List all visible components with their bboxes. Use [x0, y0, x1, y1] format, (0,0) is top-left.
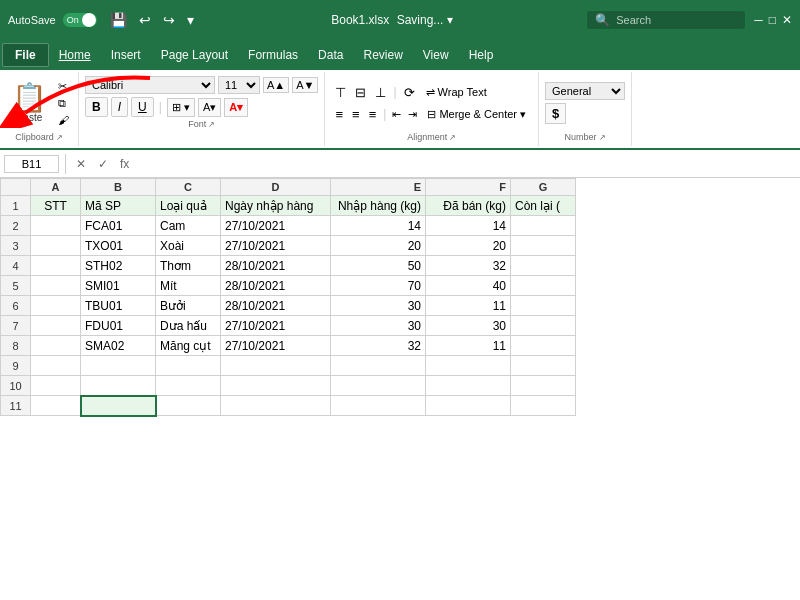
cell-r6-c5[interactable]: 30: [331, 296, 426, 316]
menu-data[interactable]: Data: [308, 44, 353, 66]
align-right-button[interactable]: ≡: [365, 105, 381, 124]
cell-r4-c5[interactable]: 50: [331, 256, 426, 276]
restore-icon[interactable]: □: [769, 13, 776, 27]
save-icon[interactable]: 💾: [106, 10, 131, 30]
italic-button[interactable]: I: [111, 97, 128, 117]
cell-r7-c2[interactable]: FDU01: [81, 316, 156, 336]
cell-r11-c7[interactable]: [511, 396, 576, 416]
cell-r2-c1[interactable]: [31, 216, 81, 236]
number-expand-icon[interactable]: ↗: [599, 133, 606, 142]
font-size-select[interactable]: 11: [218, 76, 260, 94]
cell-r6-c7[interactable]: [511, 296, 576, 316]
cell-r1-c7[interactable]: Còn lại (: [511, 196, 576, 216]
formula-input[interactable]: [137, 155, 796, 173]
cell-r7-c3[interactable]: Dưa hấu: [156, 316, 221, 336]
cell-r2-c6[interactable]: 14: [426, 216, 511, 236]
col-header-b[interactable]: B: [81, 179, 156, 196]
row-header-11[interactable]: 11: [1, 396, 31, 416]
indent-decrease-button[interactable]: ⇤: [389, 107, 404, 122]
search-box[interactable]: 🔍: [586, 10, 746, 30]
cell-r10-c5[interactable]: [331, 376, 426, 396]
row-header-6[interactable]: 6: [1, 296, 31, 316]
row-header-2[interactable]: 2: [1, 216, 31, 236]
cell-r11-c4[interactable]: [221, 396, 331, 416]
cell-r6-c3[interactable]: Bưởi: [156, 296, 221, 316]
cell-r7-c4[interactable]: 27/10/2021: [221, 316, 331, 336]
menu-home[interactable]: Home: [49, 44, 101, 66]
number-format-select[interactable]: General: [545, 82, 625, 100]
cell-r10-c2[interactable]: [81, 376, 156, 396]
col-header-d[interactable]: D: [221, 179, 331, 196]
col-header-a[interactable]: A: [31, 179, 81, 196]
cell-r8-c2[interactable]: SMA02: [81, 336, 156, 356]
border-button[interactable]: ⊞ ▾: [167, 98, 195, 117]
menu-view[interactable]: View: [413, 44, 459, 66]
cell-r5-c6[interactable]: 40: [426, 276, 511, 296]
align-top-button[interactable]: ⊤: [331, 83, 350, 102]
cell-r1-c5[interactable]: Nhập hàng (kg): [331, 196, 426, 216]
cell-r8-c1[interactable]: [31, 336, 81, 356]
cell-r10-c4[interactable]: [221, 376, 331, 396]
menu-review[interactable]: Review: [353, 44, 412, 66]
cell-r1-c3[interactable]: Loại quả: [156, 196, 221, 216]
cell-r6-c1[interactable]: [31, 296, 81, 316]
close-icon[interactable]: ✕: [782, 13, 792, 27]
cell-r10-c3[interactable]: [156, 376, 221, 396]
redo-icon[interactable]: ↪: [159, 10, 179, 30]
cell-r1-c4[interactable]: Ngày nhập hàng: [221, 196, 331, 216]
more-icon[interactable]: ▾: [183, 10, 198, 30]
cell-r11-c6[interactable]: [426, 396, 511, 416]
currency-button[interactable]: $: [545, 103, 566, 124]
cell-r3-c2[interactable]: TXO01: [81, 236, 156, 256]
font-size-decrease[interactable]: A▼: [292, 77, 318, 93]
format-painter-button[interactable]: 🖌: [55, 113, 72, 127]
row-header-8[interactable]: 8: [1, 336, 31, 356]
cell-r7-c1[interactable]: [31, 316, 81, 336]
row-header-1[interactable]: 1: [1, 196, 31, 216]
align-bottom-button[interactable]: ⊥: [371, 83, 390, 102]
cell-r3-c3[interactable]: Xoài: [156, 236, 221, 256]
cell-r4-c1[interactable]: [31, 256, 81, 276]
cell-r9-c5[interactable]: [331, 356, 426, 376]
cell-r5-c4[interactable]: 28/10/2021: [221, 276, 331, 296]
cell-r6-c4[interactable]: 28/10/2021: [221, 296, 331, 316]
search-input[interactable]: [616, 14, 726, 26]
merge-center-button[interactable]: ⊟ Merge & Center ▾: [421, 106, 532, 123]
row-header-3[interactable]: 3: [1, 236, 31, 256]
cell-r8-c4[interactable]: 27/10/2021: [221, 336, 331, 356]
cell-r1-c1[interactable]: STT: [31, 196, 81, 216]
cell-r1-c2[interactable]: Mã SP: [81, 196, 156, 216]
row-header-9[interactable]: 9: [1, 356, 31, 376]
menu-formulas[interactable]: Formulas: [238, 44, 308, 66]
autosave-toggle[interactable]: On: [62, 12, 98, 28]
cell-r7-c6[interactable]: 30: [426, 316, 511, 336]
cell-r7-c7[interactable]: [511, 316, 576, 336]
cell-r8-c3[interactable]: Măng cụt: [156, 336, 221, 356]
align-center-button[interactable]: ≡: [348, 105, 364, 124]
font-color-button[interactable]: A▾: [224, 98, 248, 117]
cell-r1-c6[interactable]: Đã bán (kg): [426, 196, 511, 216]
cell-r11-c5[interactable]: [331, 396, 426, 416]
font-size-increase[interactable]: A▲: [263, 77, 289, 93]
cell-r8-c6[interactable]: 11: [426, 336, 511, 356]
cell-r4-c3[interactable]: Thơm: [156, 256, 221, 276]
cell-r3-c6[interactable]: 20: [426, 236, 511, 256]
row-header-7[interactable]: 7: [1, 316, 31, 336]
cell-r5-c3[interactable]: Mít: [156, 276, 221, 296]
cell-r4-c7[interactable]: [511, 256, 576, 276]
cell-r2-c4[interactable]: 27/10/2021: [221, 216, 331, 236]
cell-r4-c2[interactable]: STH02: [81, 256, 156, 276]
cell-r10-c1[interactable]: [31, 376, 81, 396]
clipboard-expand-icon[interactable]: ↗: [56, 133, 63, 142]
fill-color-button[interactable]: A▾: [198, 98, 221, 117]
col-header-g[interactable]: G: [511, 179, 576, 196]
cell-r3-c7[interactable]: [511, 236, 576, 256]
cell-reference-input[interactable]: [4, 155, 59, 173]
text-direction-button[interactable]: ⟳: [400, 83, 419, 102]
row-header-10[interactable]: 10: [1, 376, 31, 396]
underline-button[interactable]: U: [131, 97, 154, 117]
cell-r3-c1[interactable]: [31, 236, 81, 256]
copy-button[interactable]: ⧉: [55, 96, 72, 111]
cell-r9-c2[interactable]: [81, 356, 156, 376]
cell-r2-c5[interactable]: 14: [331, 216, 426, 236]
